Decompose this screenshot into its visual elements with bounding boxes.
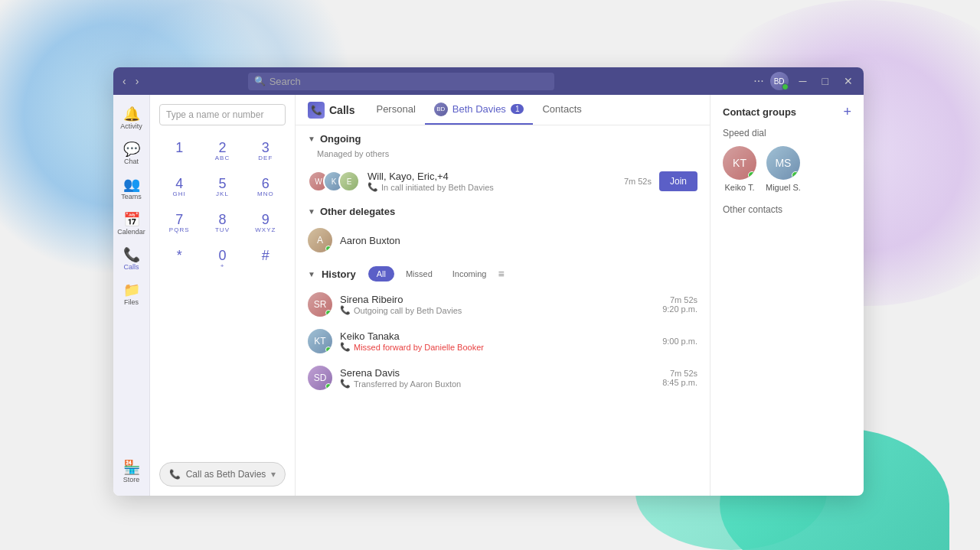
serena-status-dot xyxy=(325,383,332,389)
ongoing-call-avatars: W K E xyxy=(308,171,360,192)
dial-key-hash[interactable]: # xyxy=(246,242,286,275)
speed-dial-keiko-name: Keiko T. xyxy=(725,183,755,192)
speed-dial-keiko[interactable]: KT Keiko T. xyxy=(723,146,756,192)
sidebar-label-teams: Teams xyxy=(121,193,142,200)
dial-key-0[interactable]: 0 + xyxy=(202,242,242,275)
speed-dial-grid: KT Keiko T. MS Miguel S. xyxy=(723,146,851,192)
sidebar-item-chat[interactable]: 💬 Chat xyxy=(113,136,149,171)
aaron-avatar: A xyxy=(308,228,332,252)
filter-missed-button[interactable]: Missed xyxy=(397,266,441,282)
ongoing-section-header: ▼ Ongoing xyxy=(296,125,710,149)
contact-groups-header: Contact groups + xyxy=(723,104,851,120)
forward-button[interactable]: › xyxy=(132,73,142,89)
dial-key-star[interactable]: * xyxy=(159,242,199,275)
tab-contacts[interactable]: Contacts xyxy=(533,95,590,125)
dial-key-5[interactable]: 5 JKL xyxy=(202,171,242,203)
back-button[interactable]: ‹ xyxy=(119,73,129,89)
sidebar-label-store: Store xyxy=(123,476,140,483)
user-avatar[interactable]: BD xyxy=(770,72,789,90)
call-as-beth-button[interactable]: 📞 Call as Beth Davies ▾ xyxy=(159,462,286,487)
filter-all-button[interactable]: All xyxy=(368,266,394,282)
tab-personal-label: Personal xyxy=(376,103,415,115)
history-title: History xyxy=(322,268,356,280)
calls-logo-text: Calls xyxy=(329,104,354,116)
ongoing-title: Ongoing xyxy=(320,133,361,145)
sidebar-item-teams[interactable]: 👥 Teams xyxy=(113,171,149,207)
dial-key-3[interactable]: 3 DEF xyxy=(246,135,286,168)
sidebar-item-calls[interactable]: 📞 Calls xyxy=(113,242,149,277)
serena-detail-text: Transferred by Aaron Buxton xyxy=(354,379,461,389)
dial-key-1[interactable]: 1 xyxy=(159,135,199,168)
sidebar-item-calendar[interactable]: 📅 Calendar xyxy=(113,207,149,242)
dial-key-7[interactable]: 7 PQRS xyxy=(159,207,199,239)
call-dropdown-arrow[interactable]: ▾ xyxy=(271,469,276,480)
calendar-icon: 📅 xyxy=(123,213,140,226)
missed-icon: 📞 xyxy=(340,342,351,352)
serena-time: 8:45 p.m. xyxy=(662,378,697,387)
calls-logo-icon: 📞 xyxy=(308,102,325,119)
tab-personal[interactable]: Personal xyxy=(367,95,424,125)
tab-beth-badge: 1 xyxy=(511,104,524,114)
sidebar-item-activity[interactable]: 🔔 Activity xyxy=(113,101,149,136)
app-window: ‹ › 🔍 ··· BD ─ □ ✕ 🔔 Activity 💬 Chat xyxy=(113,67,864,496)
sirena-detail-text: Outgoing call by Beth Davies xyxy=(354,306,462,315)
close-button[interactable]: ✕ xyxy=(839,73,858,89)
ongoing-call-item: W K E Will, Kayo, Eric,+4 📞 In call init… xyxy=(296,164,710,198)
keiko-meta: 9:00 p.m. xyxy=(662,337,697,346)
speed-dial-miguel[interactable]: MS Miguel S. xyxy=(766,146,801,192)
nav-buttons: ‹ › xyxy=(119,73,142,89)
serena-detail: 📞 Transferred by Aaron Buxton xyxy=(340,379,655,389)
keiko-time: 9:00 p.m. xyxy=(662,337,697,346)
call-btn-label: Call as Beth Davies xyxy=(186,469,266,480)
activity-icon: 🔔 xyxy=(123,107,140,121)
dial-key-4[interactable]: 4 GHI xyxy=(159,171,199,203)
tab-beth-avatar: BD xyxy=(434,103,448,116)
keiko-info: Keiko Tanaka 📞 Missed forward by Daniell… xyxy=(340,330,655,352)
name-or-number-input[interactable] xyxy=(159,104,286,125)
join-call-button[interactable]: Join xyxy=(659,171,697,191)
dial-key-9[interactable]: 9 WXYZ xyxy=(246,207,286,239)
tab-beth[interactable]: BD Beth Davies 1 xyxy=(425,95,534,125)
history-chevron-icon[interactable]: ▼ xyxy=(308,270,315,278)
minimize-button[interactable]: ─ xyxy=(795,73,812,89)
call-button-container: 📞 Call as Beth Davies ▾ xyxy=(159,462,286,487)
serena-avatar: SD xyxy=(308,366,332,390)
history-item-sirena: SR Sirena Ribeiro 📞 Outgoing call by Bet… xyxy=(296,286,710,323)
sirena-detail: 📞 Outgoing call by Beth Davies xyxy=(340,305,655,315)
add-contact-group-button[interactable]: + xyxy=(843,104,851,120)
calls-logo: 📞 Calls xyxy=(308,102,354,119)
search-input[interactable] xyxy=(248,73,554,90)
aaron-name: Aaron Buxton xyxy=(340,235,697,246)
sidebar-label-calendar: Calendar xyxy=(117,228,145,236)
ongoing-chevron-icon[interactable]: ▼ xyxy=(308,135,315,143)
history-item-serena: SD Serena Davis 📞 Transferred by Aaron B… xyxy=(296,360,710,396)
serena-info: Serena Davis 📞 Transferred by Aaron Buxt… xyxy=(340,367,655,389)
tab-beth-label: Beth Davies xyxy=(452,103,506,115)
dial-key-2[interactable]: 2 ABC xyxy=(202,135,242,168)
ongoing-call-detail: 📞 In call initiated by Beth Davies xyxy=(368,182,616,192)
search-bar: 🔍 xyxy=(248,73,554,90)
keiko-status-dot xyxy=(325,347,332,353)
speed-dial-label: Speed dial xyxy=(723,128,851,138)
other-contacts-label: Other contacts xyxy=(723,204,851,215)
filter-more-icon[interactable]: ≡ xyxy=(498,268,504,280)
filter-incoming-button[interactable]: Incoming xyxy=(444,266,495,282)
delegates-chevron-icon[interactable]: ▼ xyxy=(308,207,315,216)
sidebar-item-files[interactable]: 📁 Files xyxy=(113,277,149,312)
sidebar-item-store[interactable]: 🏪 Store xyxy=(113,454,149,490)
dial-key-8[interactable]: 8 TUV xyxy=(202,207,242,239)
speed-dial-miguel-name: Miguel S. xyxy=(766,183,801,192)
history-filters: All Missed Incoming ≡ xyxy=(368,266,505,282)
more-options-button[interactable]: ··· xyxy=(753,74,763,88)
maximize-button[interactable]: □ xyxy=(818,73,833,89)
teams-icon: 👥 xyxy=(123,177,140,191)
delegate-item-aaron: A Aaron Buxton xyxy=(296,222,710,259)
aaron-status-dot xyxy=(325,246,332,252)
dial-key-6[interactable]: 6 MNO xyxy=(246,171,286,203)
speed-dial-keiko-avatar: KT xyxy=(723,146,756,180)
transfer-icon: 📞 xyxy=(340,379,351,389)
avatar-eric: E xyxy=(338,171,360,192)
sirena-duration: 7m 52s xyxy=(662,295,697,304)
keiko-speed-dial-status xyxy=(748,171,756,179)
tab-contacts-label: Contacts xyxy=(542,103,581,115)
